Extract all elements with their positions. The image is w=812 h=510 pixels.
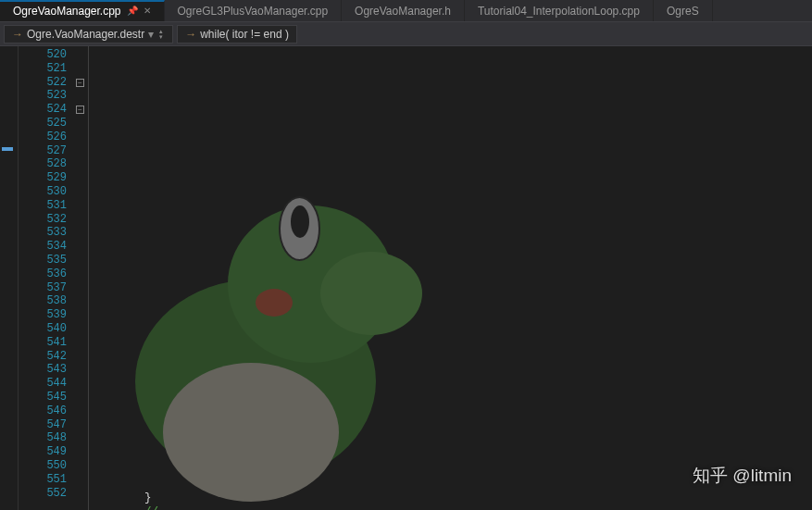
tab-label: OgreVaoManager.cpp (13, 5, 121, 18)
margin-gutter (0, 46, 19, 510)
change-marker (2, 147, 13, 151)
line-numbers: 520 521 522 523 524 525 526 527 528 529 … (33, 46, 74, 510)
spinner-icon[interactable]: ▴▾ (157, 29, 165, 40)
arrow-icon: → (185, 28, 196, 41)
tab-ogrevaomanager-cpp[interactable]: OgreVaoManager.cpp 📌 ✕ (0, 0, 165, 21)
fold-column: − − (74, 46, 89, 510)
tab-label: OgreVaoManager.h (355, 5, 451, 18)
tab-tutorial04[interactable]: Tutorial04_InterpolationLoop.cpp (465, 0, 654, 21)
breadcrumb-scope-label: Ogre.VaoManager.destr (27, 28, 144, 41)
breadcrumb-scope[interactable]: → Ogre.VaoManager.destr ▾ ▴▾ (4, 25, 173, 44)
breadcrumb-context-label: while( itor != end ) (200, 28, 289, 41)
fold-toggle[interactable]: − (76, 79, 84, 87)
arrow-icon: → (12, 28, 23, 41)
breadcrumb-bar: → Ogre.VaoManager.destr ▾ ▴▾ → while( it… (0, 22, 812, 46)
editor-tabs: OgreVaoManager.cpp 📌 ✕ OgreGL3PlusVaoMan… (0, 0, 812, 22)
breadcrumb-context[interactable]: → while( itor != end ) (177, 25, 297, 44)
tab-label: OgreS (667, 5, 699, 18)
tab-ogres[interactable]: OgreS (654, 0, 713, 21)
tab-ogrevaomanager-h[interactable]: OgreVaoManager.h (342, 0, 465, 21)
pin-icon[interactable]: 📌 (127, 6, 138, 16)
bookmark-column (19, 46, 33, 510)
fold-toggle[interactable]: − (76, 106, 84, 114)
background-decoration (89, 168, 450, 510)
code-area[interactable]: } //------------------------------------… (89, 46, 812, 510)
code-editor[interactable]: 520 521 522 523 524 525 526 527 528 529 … (0, 46, 812, 510)
tab-label: Tutorial04_InterpolationLoop.cpp (478, 5, 640, 18)
close-icon[interactable]: ✕ (144, 6, 151, 16)
tab-label: OgreGL3PlusVaoManager.cpp (178, 5, 329, 18)
watermark: 知乎 @litmin (693, 464, 792, 488)
tab-ogregl3plus[interactable]: OgreGL3PlusVaoManager.cpp (165, 0, 343, 21)
